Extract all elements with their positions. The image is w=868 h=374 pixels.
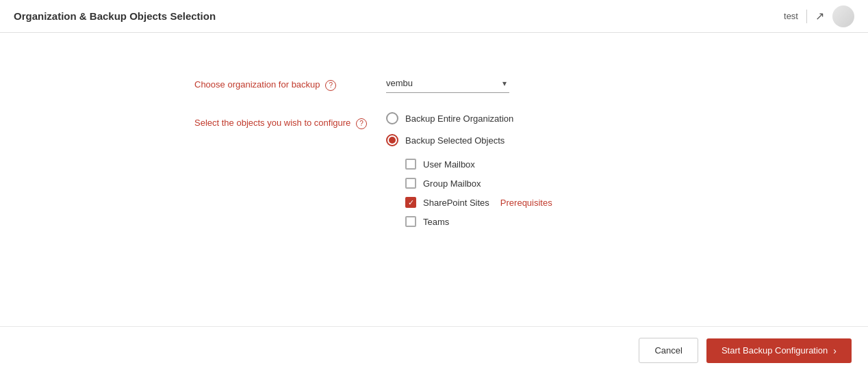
avatar — [832, 5, 854, 27]
radio-selected-objects-input[interactable] — [386, 134, 398, 146]
header-divider — [806, 10, 807, 23]
checkbox-user-mailbox-label: User Mailbox — [423, 159, 475, 170]
checkbox-teams-label: Teams — [423, 217, 449, 227]
radio-group: Backup Entire Organization Backup Select… — [386, 112, 674, 227]
radio-entire-org[interactable]: Backup Entire Organization — [386, 112, 674, 124]
header-username: test — [784, 11, 798, 21]
objects-help-icon[interactable]: ? — [356, 118, 367, 129]
org-dropdown[interactable]: vembu — [386, 74, 509, 93]
org-dropdown-wrapper: vembu ▾ — [386, 74, 509, 93]
checkbox-user-mailbox-input[interactable] — [405, 159, 416, 170]
checkbox-group-mailbox-input[interactable] — [405, 178, 416, 189]
prerequisites-link[interactable]: Prerequisites — [500, 198, 552, 208]
radio-entire-org-input[interactable] — [386, 112, 398, 124]
external-link-icon[interactable]: ↗ — [815, 10, 824, 23]
start-backup-arrow-icon: › — [833, 345, 837, 356]
checkbox-teams[interactable]: Teams — [405, 216, 674, 227]
header: Organization & Backup Objects Selection … — [0, 0, 868, 33]
radio-selected-objects[interactable]: Backup Selected Objects — [386, 134, 674, 146]
org-row: Choose organization for backup ? vembu ▾ — [194, 74, 674, 93]
checkbox-group-mailbox-label: Group Mailbox — [423, 178, 481, 189]
org-help-icon[interactable]: ? — [325, 80, 336, 91]
checkbox-teams-input[interactable] — [405, 216, 416, 227]
org-label: Choose organization for backup ? — [194, 74, 386, 91]
cancel-button[interactable]: Cancel — [639, 338, 698, 363]
footer: Cancel Start Backup Configuration › — [0, 326, 868, 374]
objects-label: Select the objects you wish to configure… — [194, 112, 386, 129]
form-area: Choose organization for backup ? vembu ▾… — [0, 33, 868, 326]
checkbox-group: User Mailbox Group Mailbox SharePoint Si… — [405, 159, 674, 227]
start-backup-label: Start Backup Configuration — [722, 345, 828, 356]
page-title: Organization & Backup Objects Selection — [14, 10, 216, 22]
checkbox-sharepoint-sites-label: SharePoint Sites — [423, 198, 489, 208]
header-right: test ↗ — [784, 5, 854, 27]
start-backup-button[interactable]: Start Backup Configuration › — [706, 338, 852, 363]
checkbox-user-mailbox[interactable]: User Mailbox — [405, 159, 674, 170]
main-content: Choose organization for backup ? vembu ▾… — [0, 33, 868, 374]
app-container: Organization & Backup Objects Selection … — [0, 0, 868, 374]
radio-selected-objects-label: Backup Selected Objects — [405, 135, 505, 146]
objects-control: Backup Entire Organization Backup Select… — [386, 112, 674, 227]
checkbox-sharepoint-sites-input[interactable] — [405, 197, 416, 208]
checkbox-group-mailbox[interactable]: Group Mailbox — [405, 178, 674, 189]
org-control: vembu ▾ — [386, 74, 674, 93]
checkbox-sharepoint-sites[interactable]: SharePoint Sites Prerequisites — [405, 197, 674, 208]
objects-row: Select the objects you wish to configure… — [194, 112, 674, 227]
radio-entire-org-label: Backup Entire Organization — [405, 113, 513, 124]
